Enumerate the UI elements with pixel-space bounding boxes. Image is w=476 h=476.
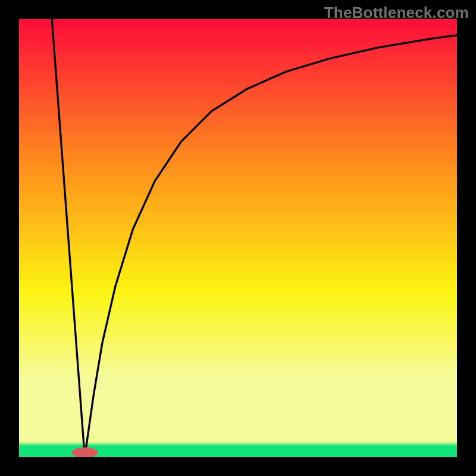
chart-frame: TheBottleneck.com bbox=[0, 0, 476, 476]
bottleneck-plot bbox=[19, 19, 457, 457]
gradient-background bbox=[19, 19, 457, 457]
watermark-text: TheBottleneck.com bbox=[324, 4, 469, 22]
